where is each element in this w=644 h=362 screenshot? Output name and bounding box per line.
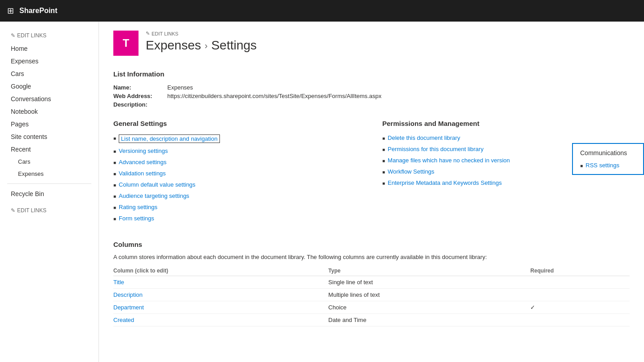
perm-link-label-3: Workflow Settings bbox=[388, 168, 434, 175]
table-row: Description Multiple lines of text bbox=[113, 289, 630, 301]
col-type-3: Date and Time bbox=[328, 314, 530, 326]
perm-bullet-2: ■ bbox=[382, 158, 385, 163]
perm-link-0[interactable]: ■ Delete this document library bbox=[382, 134, 630, 141]
web-address-label: Web Address: bbox=[113, 93, 167, 99]
perm-link-label-2: Manage files which have no checked in ve… bbox=[388, 157, 510, 164]
col-type-0: Single line of text bbox=[328, 276, 530, 289]
general-link-label-4: Column default value settings bbox=[119, 181, 196, 188]
general-link-0[interactable]: ■ List name, description and navigation bbox=[113, 134, 361, 143]
sidebar-item-notebook[interactable]: Notebook bbox=[0, 105, 98, 118]
sidebar-item-recent: Recent bbox=[0, 143, 98, 156]
table-row: Created Date and Time bbox=[113, 314, 630, 326]
top-bar: ⊞ SharePoint bbox=[0, 0, 644, 22]
site-icon: T bbox=[113, 31, 139, 56]
general-link-label-7: Form settings bbox=[119, 215, 154, 222]
permissions-title: Permissions and Management bbox=[382, 120, 630, 127]
header-text: ✎ EDIT LINKS Expenses › Settings bbox=[146, 31, 630, 53]
sidebar-item-pages[interactable]: Pages bbox=[0, 118, 98, 130]
pencil-icon-bottom: ✎ bbox=[11, 207, 15, 214]
col-required-1 bbox=[530, 289, 630, 301]
sidebar-edit-links-bottom[interactable]: ✎ EDIT LINKS bbox=[0, 204, 98, 217]
sidebar: ✎ EDIT LINKS Home Expenses Cars Google C… bbox=[0, 22, 99, 362]
col-description[interactable]: Description bbox=[113, 289, 328, 301]
table-row: Title Single line of text bbox=[113, 276, 630, 289]
settings-content: List Information Name: Expenses Web Addr… bbox=[113, 70, 630, 326]
col-header-required: Required bbox=[530, 266, 630, 276]
col-created[interactable]: Created bbox=[113, 314, 328, 326]
col-header-column: Column (click to edit) bbox=[113, 266, 328, 276]
bullet-icon-2: ■ bbox=[113, 160, 116, 165]
breadcrumb-part2: Settings bbox=[211, 38, 257, 53]
general-link-5[interactable]: ■ Audience targeting settings bbox=[113, 192, 361, 199]
perm-link-label-0: Delete this document library bbox=[388, 134, 460, 141]
sidebar-edit-links-top[interactable]: ✎ EDIT LINKS bbox=[0, 29, 98, 42]
name-label: Name: bbox=[113, 84, 167, 91]
header-area: T ✎ EDIT LINKS Expenses › Settings bbox=[113, 22, 630, 63]
sidebar-item-expenses[interactable]: Expenses bbox=[0, 55, 98, 67]
perm-bullet-3: ■ bbox=[382, 170, 385, 174]
general-settings-title: General Settings bbox=[113, 120, 361, 127]
comm-bullet-0: ■ bbox=[580, 163, 583, 168]
general-link-1[interactable]: ■ Versioning settings bbox=[113, 147, 361, 154]
general-link-label-1: Versioning settings bbox=[119, 147, 168, 154]
list-info-name-row: Name: Expenses bbox=[113, 83, 630, 92]
breadcrumb-separator: › bbox=[205, 40, 208, 51]
general-link-label-0: List name, description and navigation bbox=[119, 134, 220, 143]
col-required-0 bbox=[530, 276, 630, 289]
columns-description: A column stores information about each d… bbox=[113, 254, 630, 260]
bullet-icon-6: ■ bbox=[113, 205, 116, 210]
general-link-7[interactable]: ■ Form settings bbox=[113, 215, 361, 222]
sidebar-item-recent-cars[interactable]: Cars bbox=[0, 156, 98, 168]
col-type-1: Multiple lines of text bbox=[328, 289, 530, 301]
communications-box: Communications ■ RSS settings bbox=[572, 143, 644, 175]
list-info-web-row: Web Address: https://citizenbuilders.sha… bbox=[113, 92, 630, 100]
sidebar-item-conversations[interactable]: Conversations bbox=[0, 93, 98, 105]
perm-link-4[interactable]: ■ Enterprise Metadata and Keywords Setti… bbox=[382, 179, 630, 186]
bullet-icon-4: ■ bbox=[113, 183, 116, 188]
sidebar-item-google[interactable]: Google bbox=[0, 80, 98, 93]
columns-title: Columns bbox=[113, 241, 630, 248]
list-info-desc-row: Description: bbox=[113, 100, 630, 109]
perm-bullet-0: ■ bbox=[382, 136, 385, 141]
breadcrumb-part1[interactable]: Expenses bbox=[146, 38, 201, 53]
perm-link-label-4: Enterprise Metadata and Keywords Setting… bbox=[388, 179, 502, 186]
settings-grid: General Settings ■ List name, descriptio… bbox=[113, 120, 630, 226]
perm-bullet-1: ■ bbox=[382, 147, 385, 152]
sidebar-item-home[interactable]: Home bbox=[0, 42, 98, 55]
comm-link-label-0: RSS settings bbox=[586, 162, 619, 169]
sidebar-item-cars[interactable]: Cars bbox=[0, 67, 98, 80]
sidebar-item-recycle-bin[interactable]: Recycle Bin bbox=[0, 188, 98, 200]
edit-links-header[interactable]: ✎ EDIT LINKS bbox=[146, 31, 630, 36]
col-department[interactable]: Department bbox=[113, 301, 328, 314]
web-address-value: https://citizenbuilders.sharepoint.com/s… bbox=[167, 93, 381, 99]
sidebar-item-recent-expenses[interactable]: Expenses bbox=[0, 168, 98, 180]
col-title[interactable]: Title bbox=[113, 276, 328, 289]
pencil-icon: ✎ bbox=[11, 32, 15, 39]
bullet-icon-3: ■ bbox=[113, 171, 116, 176]
general-link-2[interactable]: ■ Advanced settings bbox=[113, 159, 361, 165]
bullet-icon-7: ■ bbox=[113, 216, 116, 221]
general-link-6[interactable]: ■ Rating settings bbox=[113, 204, 361, 210]
columns-section: Columns A column stores information abou… bbox=[113, 241, 630, 326]
list-info-title: List Information bbox=[113, 70, 630, 78]
general-link-label-5: Audience targeting settings bbox=[119, 192, 189, 199]
list-info-table: Name: Expenses Web Address: https://citi… bbox=[113, 83, 630, 109]
col-required-3 bbox=[530, 314, 630, 326]
description-label: Description: bbox=[113, 101, 167, 108]
general-link-label-3: Validation settings bbox=[119, 170, 166, 177]
columns-table: Column (click to edit) Type Required Tit… bbox=[113, 266, 630, 326]
sidebar-item-site-contents[interactable]: Site contents bbox=[0, 130, 98, 143]
page-title: Expenses › Settings bbox=[146, 38, 630, 53]
waffle-icon[interactable]: ⊞ bbox=[7, 6, 14, 16]
sidebar-divider bbox=[7, 183, 91, 184]
general-link-label-2: Advanced settings bbox=[119, 159, 166, 165]
pencil-icon-header: ✎ bbox=[146, 31, 150, 36]
bullet-icon-0: ■ bbox=[113, 136, 116, 141]
content-area: T ✎ EDIT LINKS Expenses › Settings List … bbox=[99, 22, 644, 362]
bullet-icon-5: ■ bbox=[113, 194, 116, 199]
general-link-3[interactable]: ■ Validation settings bbox=[113, 170, 361, 177]
col-type-2: Choice bbox=[328, 301, 530, 314]
general-settings-col: General Settings ■ List name, descriptio… bbox=[113, 120, 361, 226]
general-link-4[interactable]: ■ Column default value settings bbox=[113, 181, 361, 188]
comm-link-0[interactable]: ■ RSS settings bbox=[580, 162, 636, 169]
